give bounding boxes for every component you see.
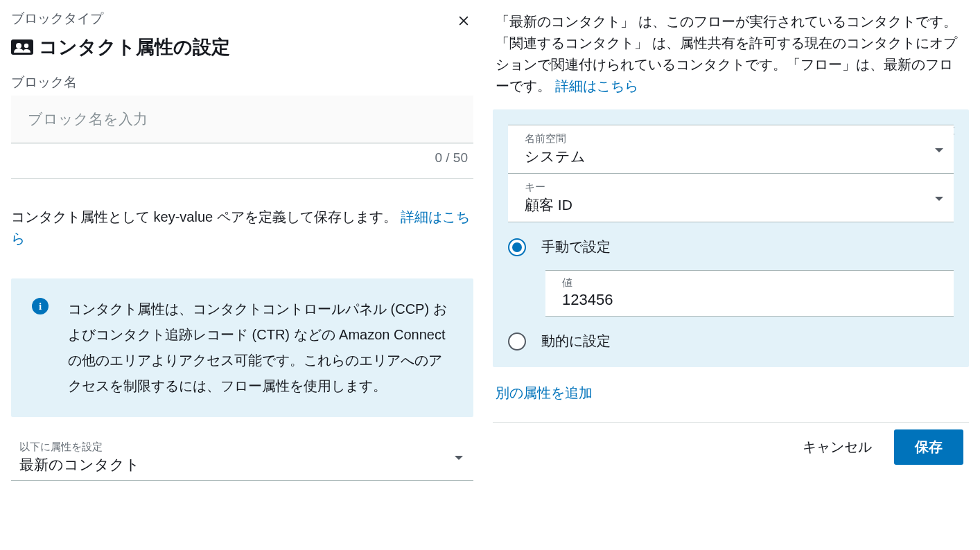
radio-manual-row[interactable]: 手動で設定 — [508, 238, 954, 256]
radio-dynamic[interactable] — [508, 332, 526, 351]
right-description: 「最新のコンタクト」 は、このフローが実行されているコンタクトです。「関連するコ… — [493, 10, 969, 97]
block-name-input[interactable] — [11, 96, 473, 143]
svg-point-1 — [16, 43, 21, 48]
key-select[interactable]: キー 顧客 ID — [508, 174, 954, 222]
block-type-label: ブロックタイプ — [11, 10, 473, 28]
radio-dynamic-row[interactable]: 動的に設定 — [508, 332, 954, 351]
title-row: コンタクト属性の設定 — [11, 35, 473, 60]
radio-manual[interactable] — [508, 238, 526, 256]
description: コンタクト属性として key-value ペアを定義して保存します。 詳細はこち… — [11, 206, 473, 249]
contact-card-icon — [11, 37, 39, 57]
radio-manual-label: 手動で設定 — [541, 238, 611, 256]
value-field[interactable]: 値 — [545, 270, 954, 317]
char-counter: 0 / 50 — [11, 150, 473, 166]
attribute-target-value: 最新のコンタクト — [19, 455, 462, 474]
radio-dynamic-label: 動的に設定 — [541, 332, 611, 351]
description-text: コンタクト属性として key-value ペアを定義して保存します。 — [11, 209, 397, 224]
add-attribute-link[interactable]: 別の属性を追加 — [493, 384, 969, 402]
info-text: コンタクト属性は、コンタクトコントロールパネル (CCP) およびコンタクト追跡… — [68, 296, 455, 399]
chevron-down-icon — [934, 190, 944, 206]
namespace-label: 名前空間 — [525, 132, 940, 145]
attribute-target-label: 以下に属性を設定 — [19, 441, 462, 454]
footer: キャンセル 保存 — [493, 422, 969, 465]
right-learn-more-link[interactable]: 詳細はこちら — [555, 78, 638, 94]
value-input[interactable] — [562, 290, 937, 309]
key-value: 顧客 ID — [525, 195, 940, 215]
close-button[interactable] — [455, 12, 472, 29]
page-title: コンタクト属性の設定 — [39, 35, 230, 60]
namespace-select[interactable]: 名前空間 システム — [508, 125, 954, 174]
info-box: i コンタクト属性は、コンタクトコントロールパネル (CCP) およびコンタクト… — [11, 278, 473, 417]
cancel-button[interactable]: キャンセル — [800, 431, 875, 463]
chevron-down-icon — [934, 142, 944, 157]
info-icon: i — [32, 298, 49, 314]
svg-point-2 — [24, 44, 28, 48]
namespace-value: システム — [525, 147, 940, 166]
attribute-target-select[interactable]: 以下に属性を設定 最新のコンタクト — [11, 434, 473, 481]
save-button[interactable]: 保存 — [894, 429, 963, 465]
chevron-down-icon — [454, 450, 464, 465]
attribute-card: 名前空間 システム キー 顧客 ID 手動で設定 値 — [493, 109, 969, 367]
value-label: 値 — [562, 276, 937, 290]
block-name-label: ブロック名 — [11, 73, 473, 91]
key-label: キー — [525, 181, 940, 194]
divider — [11, 178, 473, 179]
